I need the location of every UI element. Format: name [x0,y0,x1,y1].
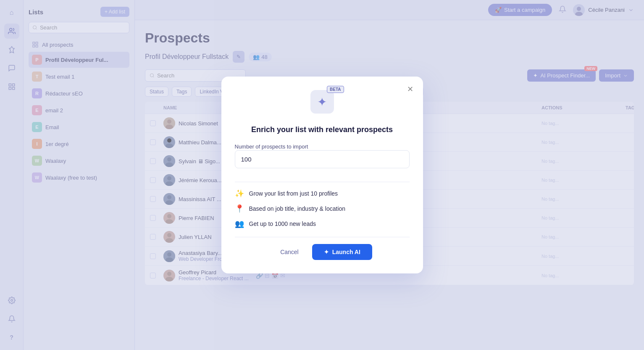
modal-icon-bg: ✦ [310,90,334,114]
modal-close-button[interactable]: ✕ [405,83,416,95]
location-icon: 📍 [235,204,244,213]
feature-list: ✨ Grow your list from just 10 profiles 📍… [235,189,410,228]
cancel-button[interactable]: Cancel [272,244,307,260]
enrich-modal: ✕ ✦ BETA Enrich your list with relevant … [221,77,423,273]
modal-icon-wrapper: ✦ BETA [310,90,334,114]
launch-ai-button[interactable]: ✦ Launch AI [312,244,372,260]
prospects-count-input[interactable] [235,150,410,168]
feature-item-2: 📍 Based on job title, industry & locatio… [235,204,410,213]
modal-footer: Cancel ✦ Launch AI [235,244,410,260]
feature-text-1: Grow your list from just 10 profiles [249,190,338,197]
modal-header: ✦ BETA [235,90,410,117]
input-label: Number of prospects to import [235,143,308,150]
modal-title: Enrich your list with relevant prospects [235,125,410,134]
launch-icon: ✦ [324,249,329,255]
modal-overlay: ✕ ✦ BETA Enrich your list with relevant … [0,0,644,350]
beta-badge: BETA [327,86,344,93]
feature-text-3: Get up to 1000 new leads [249,220,316,227]
stars-icon: ✦ [317,95,327,109]
people-icon: 👥 [235,219,244,228]
feature-item-3: 👥 Get up to 1000 new leads [235,219,410,228]
feature-item-1: ✨ Grow your list from just 10 profiles [235,189,410,198]
divider-bottom [235,237,410,237]
sparkle-icon: ✨ [235,189,244,198]
feature-text-2: Based on job title, industry & location [249,205,346,212]
divider [235,182,410,182]
